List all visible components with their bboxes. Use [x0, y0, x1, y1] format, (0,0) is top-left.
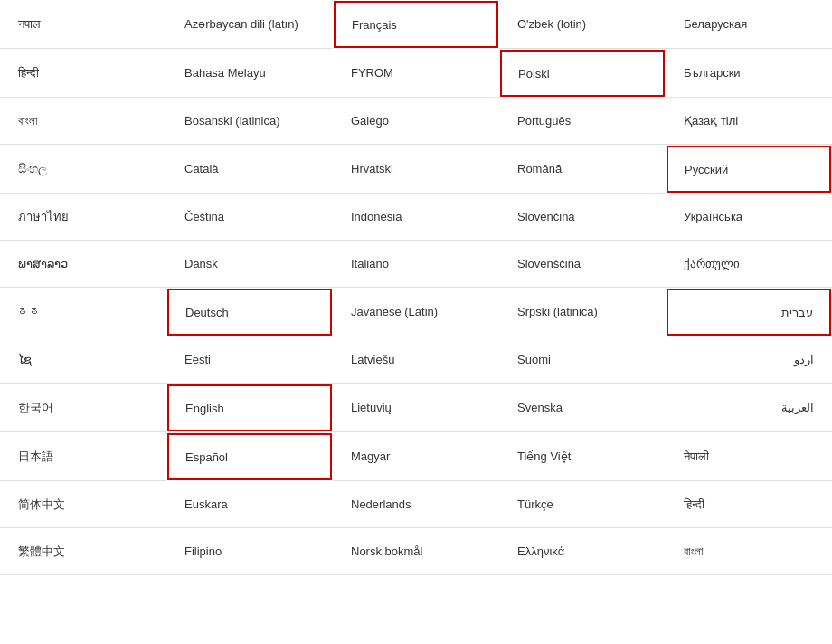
lang-label-row1-col2: FYROM	[351, 66, 393, 80]
lang-label-row9-col2: Magyar	[351, 450, 390, 463]
cell-row6-col1[interactable]: Deutsch	[167, 289, 332, 336]
cell-row5-col2[interactable]: Italiano	[333, 241, 499, 288]
cell-row9-col4[interactable]: नेपाली	[666, 432, 832, 481]
cell-row5-col4[interactable]: ქართული	[666, 241, 832, 288]
cell-row0-col3[interactable]: O'zbek (lotin)	[499, 0, 666, 49]
lang-label-row5-col3: Slovenščina	[517, 257, 581, 270]
lang-label-row3-col1: Català	[184, 162, 219, 175]
lang-label-row5-col1: Dansk	[184, 257, 218, 270]
cell-row2-col4[interactable]: Қазақ тілі	[666, 98, 832, 145]
lang-label-row3-col3: Română	[517, 162, 562, 175]
cell-row6-col3[interactable]: Srpski (latinica)	[499, 288, 666, 336]
cell-row6-col0[interactable]: ಠಠ	[0, 288, 166, 336]
lang-label-row2-col2: Galego	[351, 114, 389, 128]
cell-row11-col1[interactable]: Filipino	[166, 528, 333, 575]
language-grid: नपालAzərbaycan dili (latın)FrançaisO'zbe…	[0, 0, 832, 575]
lang-label-row7-col1: Eesti	[184, 353, 211, 366]
cell-row3-col3[interactable]: Română	[499, 145, 666, 194]
lang-label-row9-col1: Español	[185, 450, 228, 464]
lang-label-row2-col1: Bosanski (latinica)	[184, 114, 280, 128]
lang-label-row10-col3: Türkçe	[517, 497, 553, 511]
cell-row9-col1[interactable]: Español	[167, 433, 332, 480]
cell-row5-col1[interactable]: Dansk	[166, 241, 333, 288]
cell-row8-col1[interactable]: English	[167, 384, 332, 431]
cell-row11-col3[interactable]: Ελληνικά	[499, 528, 666, 575]
cell-row7-col4[interactable]: اردو	[666, 336, 832, 384]
lang-label-row1-col0: हिन्दी	[18, 66, 39, 80]
cell-row2-col0[interactable]: বাংলা	[0, 98, 166, 145]
cell-row4-col0[interactable]: ภาษาไทย	[0, 194, 166, 241]
cell-row0-col0[interactable]: नपाल	[0, 0, 166, 49]
lang-label-row4-col0: ภาษาไทย	[18, 207, 69, 226]
cell-row5-col0[interactable]: ພາສາລາວ	[0, 241, 166, 288]
lang-label-row2-col0: বাংলা	[18, 114, 38, 128]
lang-label-row10-col1: Euskara	[184, 497, 228, 511]
cell-row11-col0[interactable]: 繁體中文	[0, 528, 166, 575]
cell-row4-col1[interactable]: Čeština	[166, 194, 333, 241]
lang-label-row3-col2: Hrvatski	[351, 162, 393, 175]
cell-row1-col3[interactable]: Polski	[500, 50, 665, 97]
cell-row2-col1[interactable]: Bosanski (latinica)	[166, 98, 333, 145]
cell-row8-col3[interactable]: Svenska	[499, 384, 666, 432]
cell-row3-col0[interactable]: සිංහල	[0, 145, 166, 194]
cell-row1-col2[interactable]: FYROM	[333, 49, 499, 98]
lang-label-row5-col4: ქართული	[684, 257, 740, 270]
lang-label-row6-col4: עברית	[781, 306, 813, 319]
cell-row10-col1[interactable]: Euskara	[166, 481, 333, 528]
cell-row5-col3[interactable]: Slovenščina	[499, 241, 666, 288]
cell-row11-col4[interactable]: বাংলা	[666, 528, 832, 575]
cell-row8-col2[interactable]: Lietuvių	[333, 384, 499, 432]
cell-row3-col1[interactable]: Català	[166, 145, 333, 194]
lang-label-row9-col3: Tiếng Việt	[517, 450, 571, 463]
cell-row9-col2[interactable]: Magyar	[333, 432, 499, 481]
cell-row10-col3[interactable]: Türkçe	[499, 481, 666, 528]
cell-row1-col4[interactable]: Български	[666, 49, 832, 98]
cell-row4-col3[interactable]: Slovenčina	[499, 194, 666, 241]
cell-row1-col0[interactable]: हिन्दी	[0, 49, 166, 98]
lang-label-row5-col2: Italiano	[351, 257, 389, 270]
lang-label-row5-col0: ພາສາລາວ	[18, 257, 68, 270]
cell-row4-col4[interactable]: Українська	[666, 194, 832, 241]
lang-label-row0-col4: Беларуская	[684, 17, 747, 31]
cell-row0-col2[interactable]: Français	[334, 1, 498, 48]
cell-row2-col3[interactable]: Português	[499, 98, 666, 145]
cell-row1-col1[interactable]: Bahasa Melayu	[166, 49, 333, 98]
cell-row9-col0[interactable]: 日本語	[0, 432, 166, 481]
lang-label-row6-col2: Javanese (Latin)	[351, 305, 438, 318]
lang-label-row7-col4: اردو	[794, 353, 814, 366]
cell-row8-col4[interactable]: العربية	[666, 384, 832, 432]
lang-label-row6-col1: Deutsch	[185, 306, 229, 319]
lang-label-row11-col4: বাংলা	[684, 545, 704, 559]
cell-row0-col1[interactable]: Azərbaycan dili (latın)	[166, 0, 333, 49]
cell-row4-col2[interactable]: Indonesia	[333, 194, 499, 241]
cell-row11-col2[interactable]: Norsk bokmål	[333, 528, 499, 575]
lang-label-row2-col3: Português	[517, 114, 571, 128]
lang-label-row4-col3: Slovenčina	[517, 210, 575, 223]
lang-label-row0-col2: Français	[352, 18, 397, 32]
cell-row3-col4[interactable]: Русский	[667, 146, 831, 193]
cell-row7-col0[interactable]: ໄຊ	[0, 336, 166, 384]
cell-row7-col3[interactable]: Suomi	[499, 336, 666, 384]
cell-row3-col2[interactable]: Hrvatski	[333, 145, 499, 194]
cell-row10-col0[interactable]: 简体中文	[0, 481, 166, 528]
lang-label-row3-col0: සිංහල	[18, 162, 47, 176]
cell-row6-col4[interactable]: עברית	[667, 289, 831, 336]
cell-row6-col2[interactable]: Javanese (Latin)	[333, 288, 499, 336]
cell-row9-col3[interactable]: Tiếng Việt	[499, 432, 666, 481]
cell-row7-col2[interactable]: Latviešu	[333, 336, 499, 384]
cell-row0-col4[interactable]: Беларуская	[666, 0, 832, 49]
lang-label-row0-col0: नपाल	[18, 17, 41, 32]
cell-row2-col2[interactable]: Galego	[333, 98, 499, 145]
cell-row10-col2[interactable]: Nederlands	[333, 481, 499, 528]
lang-label-row3-col4: Русский	[685, 163, 728, 176]
cell-row7-col1[interactable]: Eesti	[166, 336, 333, 384]
lang-label-row9-col0: 日本語	[18, 449, 53, 465]
lang-label-row6-col0: ಠಠ	[18, 305, 42, 318]
lang-label-row1-col3: Polski	[518, 67, 550, 80]
lang-label-row8-col1: English	[185, 402, 224, 415]
lang-label-row4-col2: Indonesia	[351, 210, 402, 223]
lang-label-row11-col1: Filipino	[184, 545, 222, 558]
cell-row8-col0[interactable]: 한국어	[0, 384, 166, 432]
cell-row10-col4[interactable]: हिन्दी	[666, 481, 832, 528]
lang-label-row9-col4: नेपाली	[684, 450, 709, 464]
